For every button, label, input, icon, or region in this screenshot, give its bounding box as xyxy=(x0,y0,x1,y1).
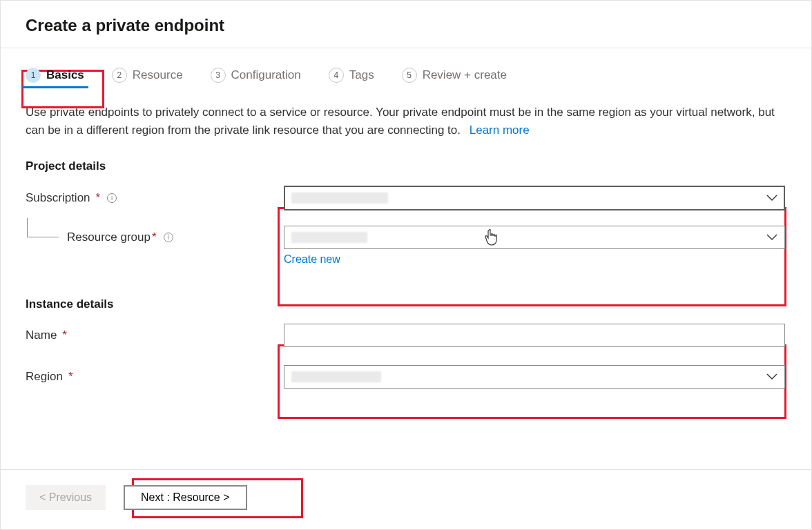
chevron-down-icon xyxy=(766,373,777,380)
next-button[interactable]: Next : Resource > xyxy=(124,485,247,510)
tab-tags[interactable]: 4 Tags xyxy=(329,68,374,88)
previous-button: < Previous xyxy=(26,485,106,510)
subscription-value-redacted xyxy=(291,193,388,204)
label-region: Region * xyxy=(26,370,284,384)
chevron-down-icon xyxy=(766,234,777,241)
hierarchy-connector-icon xyxy=(27,218,59,237)
region-dropdown[interactable] xyxy=(284,365,785,389)
section-title-project-details: Project details xyxy=(26,159,786,173)
resource-group-dropdown[interactable] xyxy=(284,226,785,249)
create-new-link[interactable]: Create new xyxy=(284,253,340,266)
resource-group-value-redacted xyxy=(291,232,367,243)
label-resource-group: Resource group * i xyxy=(26,226,284,249)
chevron-down-icon xyxy=(766,195,777,202)
required-asterisk: * xyxy=(68,370,73,384)
wizard-tabs: 1 Basics 2 Resource 3 Configuration 4 Ta… xyxy=(26,68,786,88)
tab-configuration[interactable]: 3 Configuration xyxy=(211,68,301,88)
tab-label: Configuration xyxy=(231,68,301,82)
info-icon[interactable]: i xyxy=(164,233,173,242)
required-asterisk: * xyxy=(96,191,101,205)
content-area: 1 Basics 2 Resource 3 Configuration 4 Ta… xyxy=(1,48,811,402)
required-asterisk: * xyxy=(62,328,67,342)
tab-label: Resource xyxy=(133,68,183,82)
tab-step-number: 2 xyxy=(112,68,127,83)
tab-label: Review + create xyxy=(423,68,507,82)
tab-step-number: 1 xyxy=(26,68,41,83)
wizard-footer: < Previous Next : Resource > xyxy=(1,469,811,529)
subscription-dropdown[interactable] xyxy=(284,186,785,210)
required-asterisk: * xyxy=(152,230,157,244)
section-title-instance-details: Instance details xyxy=(26,297,786,311)
page-header: Create a private endpoint xyxy=(1,1,811,48)
label-name: Name * xyxy=(26,328,284,342)
tab-step-number: 3 xyxy=(211,68,226,83)
tab-label: Basics xyxy=(46,68,84,82)
tab-resource[interactable]: 2 Resource xyxy=(112,68,183,88)
tab-step-number: 4 xyxy=(329,68,344,83)
info-icon[interactable]: i xyxy=(107,193,117,203)
region-value-redacted xyxy=(291,371,381,382)
name-input[interactable] xyxy=(284,324,785,347)
label-subscription: Subscription * i xyxy=(26,191,284,205)
tab-step-number: 5 xyxy=(402,68,417,83)
tab-label: Tags xyxy=(349,68,374,82)
tab-review-create[interactable]: 5 Review + create xyxy=(402,68,507,88)
intro-text: Use private endpoints to privately conne… xyxy=(26,106,775,137)
learn-more-link[interactable]: Learn more xyxy=(470,124,530,137)
intro-paragraph: Use private endpoints to privately conne… xyxy=(26,104,786,140)
tab-basics[interactable]: 1 Basics xyxy=(26,68,84,88)
page-title: Create a private endpoint xyxy=(26,16,789,35)
